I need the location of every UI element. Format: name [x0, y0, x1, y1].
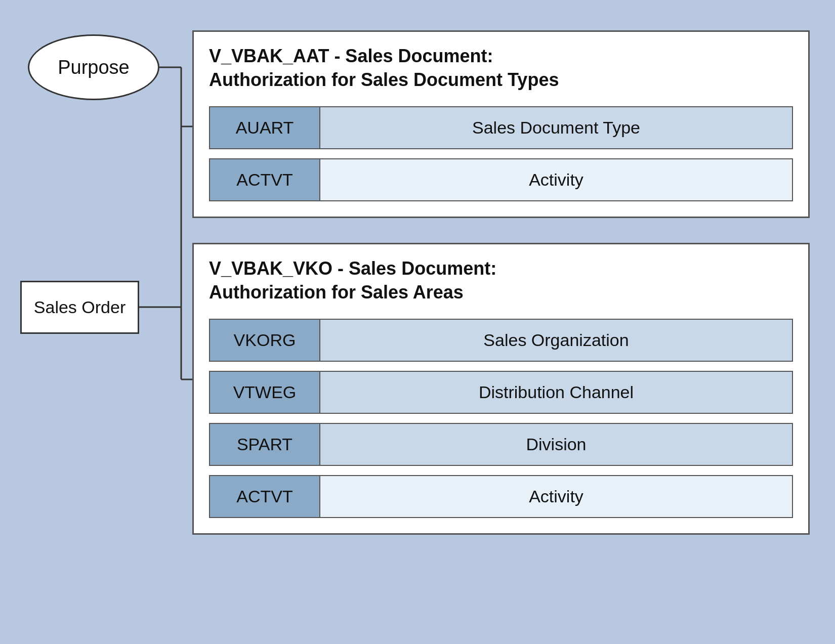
field-name-division: Division: [320, 423, 793, 466]
field-name-activity-top: Activity: [320, 158, 793, 201]
field-code-actvt-top: ACTVT: [209, 158, 320, 201]
field-name-activity-bottom: Activity: [320, 475, 793, 518]
field-code-auart: AUART: [209, 106, 320, 149]
field-code-spart: SPART: [209, 423, 320, 466]
field-row-auart: AUART Sales Document Type: [209, 106, 793, 149]
field-code-vtweg: VTWEG: [209, 371, 320, 414]
field-code-actvt-bottom: ACTVT: [209, 475, 320, 518]
auth-box-bottom-title: V_VBAK_VKO - Sales Document: Authorizati…: [209, 257, 793, 305]
field-name-sales-document-type: Sales Document Type: [320, 106, 793, 149]
purpose-label: Purpose: [58, 57, 130, 78]
auth-box-top-title-plain: V_VBAK_AAT - Sales Document:: [209, 46, 493, 66]
field-name-sales-organization: Sales Organization: [320, 319, 793, 362]
auth-box-top: V_VBAK_AAT - Sales Document: Authorizati…: [192, 30, 810, 218]
field-row-spart: SPART Division: [209, 423, 793, 466]
field-code-vkorg: VKORG: [209, 319, 320, 362]
sales-order-label: Sales Order: [34, 297, 126, 317]
purpose-ellipse: Purpose: [28, 34, 159, 100]
auth-box-bottom-title-bold: Authorization for Sales Areas: [209, 282, 464, 303]
auth-box-top-title-bold: Authorization for Sales Document Types: [209, 69, 559, 90]
field-row-vkorg: VKORG Sales Organization: [209, 319, 793, 362]
field-row-actvt-top: ACTVT Activity: [209, 158, 793, 201]
field-row-vtweg: VTWEG Distribution Channel: [209, 371, 793, 414]
sales-order-box: Sales Order: [20, 281, 139, 334]
diagram-container: Purpose Sales Order V_VBAK_AAT - Sales D…: [0, 0, 835, 644]
auth-box-bottom: V_VBAK_VKO - Sales Document: Authorizati…: [192, 243, 810, 535]
field-row-actvt-bottom: ACTVT Activity: [209, 475, 793, 518]
field-name-distribution-channel: Distribution Channel: [320, 371, 793, 414]
auth-box-bottom-title-plain: V_VBAK_VKO - Sales Document:: [209, 258, 496, 279]
auth-box-top-title: V_VBAK_AAT - Sales Document: Authorizati…: [209, 45, 793, 92]
